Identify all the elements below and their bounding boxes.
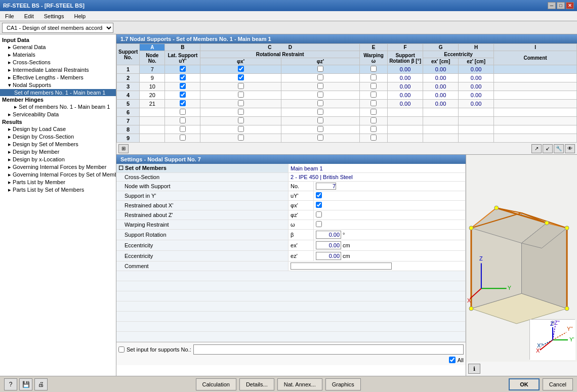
settings-sublabel-beta: β — [288, 230, 314, 240]
table-toolbar: ⊞ ↗ ↙ 🔧 👁 — [116, 143, 577, 155]
print-icon-btn[interactable]: 🖨 — [34, 378, 48, 390]
table-row[interactable]: 6 — [117, 108, 577, 117]
tree-section-input: Input Data — [0, 36, 116, 43]
mini-axes-svg: β Y' Z' X' Y'' — [530, 320, 575, 360]
support-numbers-input[interactable] — [193, 344, 464, 355]
settings-sublabel-ex: ex' — [288, 240, 314, 251]
ok-button[interactable]: OK — [509, 378, 540, 390]
menu-file[interactable]: File — [2, 12, 17, 20]
table-eye-btn[interactable]: 👁 — [565, 144, 575, 153]
table-tools-btn[interactable]: 🔧 — [554, 144, 564, 153]
eccentricity-ez-input[interactable] — [316, 252, 341, 260]
settings-row-eccentricity-ez: Eccentricity ez' cm — [116, 251, 466, 262]
help-icon-btn[interactable]: ? — [4, 378, 17, 390]
settings-label-support-y: Support in Y' — [116, 191, 288, 201]
settings-value-node — [314, 182, 466, 191]
settings-label-support-rotation: Support Rotation — [116, 230, 288, 240]
close-button[interactable]: ✕ — [566, 2, 574, 9]
settings-value-warping — [314, 220, 466, 230]
sidebar-item-design-set-members[interactable]: ▸ Design by Set of Members — [0, 141, 116, 148]
menu-settings[interactable]: Settings — [41, 12, 67, 20]
sidebar-item-parts-set[interactable]: ▸ Parts List by Set of Members — [0, 186, 116, 194]
table-import-btn[interactable]: ↙ — [543, 144, 553, 153]
restrained-x-checkbox[interactable] — [316, 202, 322, 208]
menu-bar: File Edit Settings Help — [0, 11, 577, 21]
table-row[interactable]: 8 — [117, 125, 577, 134]
settings-row-set-of-members: ☐ Set of Members Main beam 1 — [116, 164, 466, 173]
table-row[interactable]: 7 — [117, 117, 577, 125]
sidebar-item-member-hinges-1[interactable]: ▸ Set of members No. 1 - Main beam 1 — [0, 103, 116, 111]
table-row[interactable]: 9 — [117, 134, 577, 143]
sidebar-item-design-cross-section[interactable]: ▸ Design by Cross-Section — [0, 133, 116, 141]
set-input-checkbox[interactable] — [118, 346, 125, 353]
sidebar-item-cross-sections[interactable]: ▸ Cross-Sections — [0, 59, 116, 66]
settings-row-restrained-x: Restrained about X' φx' — [116, 201, 466, 210]
svg-text:X: X — [467, 297, 471, 303]
title-bar-buttons: ─ □ ✕ — [548, 2, 574, 9]
settings-area: Settings - Nodal Support No. 7 ☐ Set of … — [116, 155, 577, 376]
warping-checkbox[interactable] — [316, 221, 322, 227]
sidebar-item-materials[interactable]: ▸ Materials — [0, 51, 116, 59]
sidebar-item-general[interactable]: ▸ General Data — [0, 43, 116, 51]
sidebar-item-serviceability[interactable]: ▸ Serviceability Data — [0, 111, 116, 118]
selector-bar: CA1 - Design of steel members according … — [0, 21, 577, 34]
table-row[interactable]: 170.000.000.00 — [117, 65, 577, 74]
sidebar-item-lateral-restraints[interactable]: ▸ Intermediate Lateral Restraints — [0, 66, 116, 74]
col-header-b: B — [165, 44, 200, 51]
menu-edit[interactable]: Edit — [21, 12, 37, 20]
nat-annex-button[interactable]: Nat. Annex... — [277, 378, 322, 390]
settings-value-phix — [314, 201, 466, 210]
support-rotation-input[interactable] — [316, 231, 341, 239]
graphics-button[interactable]: Graphics — [325, 378, 361, 390]
table-filter-btn[interactable]: ⊞ — [118, 144, 129, 153]
sidebar-item-design-load-case[interactable]: ▸ Design by Load Case — [0, 125, 116, 133]
eccentricity-ex-input[interactable] — [316, 241, 341, 249]
save-icon-btn[interactable]: 💾 — [19, 378, 32, 390]
settings-panel: Settings - Nodal Support No. 7 ☐ Set of … — [116, 155, 466, 376]
maximize-button[interactable]: □ — [557, 2, 565, 9]
settings-label-eccentricity-ez: Eccentricity — [116, 251, 288, 262]
settings-row-node-support: Node with Support No. — [116, 182, 466, 191]
sidebar-item-effective-lengths[interactable]: ▸ Effective Lengths - Members — [0, 74, 116, 81]
calculation-button[interactable]: Calculation — [196, 378, 236, 390]
table-row[interactable]: 3100.000.000.00 — [117, 82, 577, 91]
sidebar-item-parts-member[interactable]: ▸ Parts List by Member — [0, 179, 116, 186]
sidebar-item-nodal-supports[interactable]: ▾ Nodal Supports — [0, 81, 116, 89]
view-3d-panel: Y Z X — [466, 155, 577, 376]
settings-row-eccentricity-ex: Eccentricity ex' cm — [116, 240, 466, 251]
col-header-support-rot: SupportRotation β [°] — [388, 51, 423, 65]
support-y-checkbox[interactable] — [316, 192, 322, 198]
details-button[interactable]: Details... — [239, 378, 274, 390]
bottom-left-buttons: ? 💾 🖨 — [4, 378, 48, 390]
sidebar-item-governing-set[interactable]: ▸ Governing Internal Forces by Set of Me… — [0, 171, 116, 179]
node-number-input[interactable] — [316, 183, 336, 190]
table-row[interactable]: 4200.000.000.00 — [117, 91, 577, 100]
settings-title: Settings - Nodal Support No. 7 — [116, 155, 466, 164]
col-header-a: A — [140, 44, 165, 51]
cancel-button[interactable]: Cancel — [543, 378, 573, 390]
table-export-btn[interactable]: ↗ — [531, 144, 542, 153]
col-header-warping: Warpingω — [360, 51, 388, 65]
settings-footer: Set input for supports No.: All — [116, 342, 466, 365]
sidebar-item-set-members-1[interactable]: Set of members No. 1 - Main beam 1 — [0, 89, 116, 96]
info-button[interactable]: ℹ — [468, 364, 480, 374]
menu-help[interactable]: Help — [71, 12, 89, 20]
col-header-i: I — [494, 44, 577, 51]
settings-value-phiz — [314, 210, 466, 220]
restrained-z-checkbox[interactable] — [316, 211, 322, 217]
comment-input[interactable] — [291, 263, 392, 270]
tree-section-results: Results — [0, 118, 116, 125]
sidebar-item-design-member[interactable]: ▸ Design by Member — [0, 148, 116, 156]
settings-label-restrained-x: Restrained about X' — [116, 201, 288, 210]
case-selector[interactable]: CA1 - Design of steel members according … — [2, 23, 113, 33]
sidebar-item-design-x-location[interactable]: ▸ Design by x-Location — [0, 156, 116, 163]
table-row[interactable]: 290.000.000.00 — [117, 74, 577, 82]
col-header-node: NodeNo. — [140, 51, 165, 65]
minimize-button[interactable]: ─ — [548, 2, 556, 9]
sidebar-item-governing-member[interactable]: ▸ Governing Internal Forces by Member — [0, 163, 116, 171]
settings-label-restrained-z: Restrained about Z' — [116, 210, 288, 220]
settings-sublabel-phix: φx' — [288, 201, 314, 210]
settings-value-comment — [288, 262, 466, 271]
all-checkbox[interactable] — [449, 357, 456, 363]
table-row[interactable]: 5210.000.000.00 — [117, 100, 577, 108]
